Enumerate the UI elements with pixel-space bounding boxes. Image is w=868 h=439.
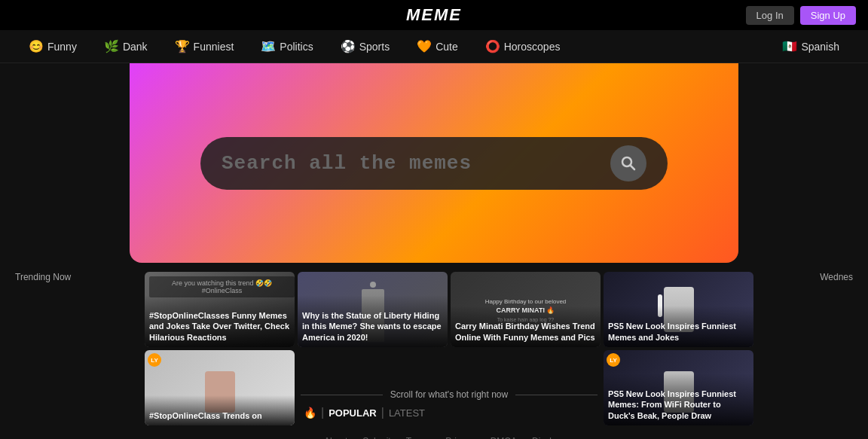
scroll-line-right: [515, 395, 598, 395]
footer-terms[interactable]: Terms: [406, 436, 431, 439]
nav-label-funniest: Funniest: [194, 41, 234, 53]
cute-icon: 🧡: [417, 39, 432, 53]
main-nav: 😊 Funny 🌿 Dank 🏆 Funniest 🗺️ Politics ⚽ …: [0, 30, 868, 63]
nav-item-dank[interactable]: 🌿 Dank: [90, 30, 161, 63]
sports-icon: ⚽: [341, 39, 356, 53]
svg-line-1: [631, 165, 635, 169]
trending-label: Trending Now: [15, 272, 136, 282]
footer: About Submit Terms Privacy DMCA Disclosu…: [145, 428, 753, 439]
login-button[interactable]: Log In: [746, 6, 794, 25]
tab-separator-2: |: [381, 406, 384, 419]
footer-about[interactable]: About: [324, 436, 347, 439]
nav-label-sports: Sports: [359, 41, 390, 53]
hero-section: [130, 63, 738, 263]
nav-label-dank: Dank: [123, 41, 148, 53]
footer-privacy[interactable]: Privacy: [445, 436, 475, 439]
card-5-badge: LY: [148, 353, 161, 367]
horoscopes-icon: ⭕: [485, 39, 500, 53]
trending-card-8[interactable]: LY PS5 New Look Inspires Funniest Memes:…: [604, 350, 753, 425]
nav-label-politics: Politics: [280, 41, 313, 53]
nav-item-cute[interactable]: 🧡 Cute: [403, 30, 472, 63]
footer-dmca[interactable]: DMCA: [491, 436, 517, 439]
politics-icon: 🗺️: [261, 39, 276, 53]
site-logo[interactable]: MEME: [406, 5, 462, 25]
tabs-row: 🔥 | POPULAR | LATEST: [301, 406, 598, 419]
trending-card-4[interactable]: PS5 New Look Inspires Funniest Memes and…: [604, 272, 753, 347]
nav-item-horoscopes[interactable]: ⭕ Horoscopes: [472, 30, 574, 63]
header-actions: Log In Sign Up: [746, 6, 856, 25]
nav-label-funny: Funny: [47, 41, 77, 53]
scroll-card: Scroll for what's hot right now 🔥 | POPU…: [298, 350, 601, 425]
nav-item-sports[interactable]: ⚽ Sports: [327, 30, 403, 63]
search-input[interactable]: [222, 152, 598, 175]
nav-item-funny[interactable]: 😊 Funny: [15, 30, 90, 63]
sidebar-left: Trending Now: [15, 272, 136, 439]
card-5-title: #StopOnlineClass Trends on: [145, 395, 295, 425]
funny-icon: 😊: [29, 39, 44, 53]
card-4-title: PS5 New Look Inspires Funniest Memes and…: [604, 306, 753, 347]
scroll-section: Scroll for what's hot right now: [301, 389, 598, 400]
trending-card-3[interactable]: Happy Birthday to our beloved CARRY MINA…: [451, 272, 601, 347]
nav-label-horoscopes: Horoscopes: [504, 41, 561, 53]
card-8-title: PS5 New Look Inspires Funniest Memes: Fr…: [604, 373, 753, 425]
scroll-line-left: [301, 395, 383, 395]
card-1-title: #StopOnlineClasses Funny Memes and Jokes…: [145, 295, 295, 347]
search-button[interactable]: [610, 145, 646, 181]
card-3-title: Carry Minati Birthday Wishes Trend Onlin…: [451, 306, 601, 347]
footer-disclosure[interactable]: Disclosure: [532, 436, 574, 439]
scroll-text: Scroll for what's hot right now: [390, 389, 508, 400]
header: MEME Log In Sign Up: [0, 0, 868, 30]
funniest-icon: 🏆: [175, 39, 190, 53]
sidebar-right-text: Wednes: [820, 272, 853, 282]
nav-label-cute: Cute: [436, 41, 458, 53]
tab-latest[interactable]: LATEST: [389, 407, 425, 419]
sidebar-right: Wednes: [763, 272, 853, 439]
nav-item-funniest[interactable]: 🏆 Funniest: [161, 30, 248, 63]
dank-icon: 🌿: [104, 39, 119, 53]
signup-button[interactable]: Sign Up: [800, 6, 856, 25]
nav-item-spanish[interactable]: 🇲🇽 Spanish: [769, 30, 853, 63]
trending-card-1[interactable]: Are you watching this trend 🤣🤣 #OnlineCl…: [145, 272, 295, 347]
spanish-flag-icon: 🇲🇽: [782, 39, 797, 53]
trending-card-5[interactable]: LY #StopOnlineClass Trends on: [145, 350, 295, 425]
search-bar[interactable]: [200, 137, 668, 190]
tab-separator-1: |: [321, 406, 324, 419]
trending-card-2[interactable]: Why is the Statue of Liberty Hiding in t…: [298, 272, 448, 347]
nav-label-spanish: Spanish: [801, 41, 839, 53]
card-2-title: Why is the Statue of Liberty Hiding in t…: [298, 295, 448, 347]
fire-icon: 🔥: [304, 407, 316, 419]
tab-popular[interactable]: POPULAR: [329, 407, 377, 419]
footer-submit[interactable]: Submit: [362, 436, 390, 439]
card-8-badge: LY: [607, 353, 620, 367]
main-content: Trending Now Are you watching this trend…: [0, 263, 868, 439]
content-area: Are you watching this trend 🤣🤣 #OnlineCl…: [145, 272, 753, 439]
trending-grid: Are you watching this trend 🤣🤣 #OnlineCl…: [145, 272, 753, 425]
nav-item-politics[interactable]: 🗺️ Politics: [247, 30, 326, 63]
search-icon: [619, 154, 637, 172]
